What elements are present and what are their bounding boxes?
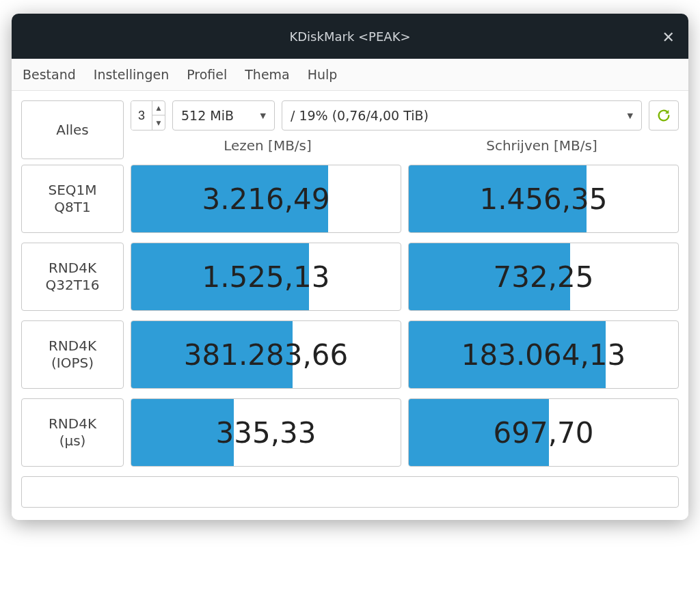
loops-spinner[interactable]: ▲ ▼: [131, 100, 165, 131]
app-window: KDiskMark <PEAK> ✕ Bestand Instellingen …: [12, 14, 688, 520]
write-cell: 732,25: [408, 243, 679, 311]
write-value: 732,25: [409, 243, 678, 310]
size-value: 512 MiB: [181, 108, 234, 123]
refresh-icon: [656, 108, 671, 123]
table-row: RND4K (IOPS) 381.283,66 183.064,13: [21, 320, 679, 389]
content: Alles ▲ ▼ 512 MiB ▼: [12, 91, 688, 520]
write-cell: 183.064,13: [408, 320, 679, 389]
table-row: RND4K (µs) 335,33 697,70: [21, 398, 679, 467]
read-value: 335,33: [131, 399, 401, 466]
spinner-down-icon[interactable]: ▼: [152, 115, 165, 130]
test-label: RND4K: [49, 415, 96, 433]
chevron-down-icon: ▼: [628, 111, 633, 120]
read-value: 381.283,66: [131, 321, 401, 388]
read-value: 1.525,13: [131, 243, 401, 310]
loops-input[interactable]: [131, 101, 152, 130]
controls-bar: ▲ ▼ 512 MiB ▼ / 19% (0,76/4,00 TiB) ▼: [131, 100, 679, 131]
test-label: SEQ1M: [48, 182, 96, 199]
table-row: SEQ1M Q8T1 3.216,49 1.456,35: [21, 165, 679, 233]
test-label: RND4K: [49, 260, 96, 277]
test-sublabel: (IOPS): [51, 355, 94, 372]
refresh-button[interactable]: [649, 100, 679, 131]
header-read: Lezen [MB/s]: [131, 137, 405, 154]
header-write: Schrijven [MB/s]: [405, 137, 679, 154]
drive-combo[interactable]: / 19% (0,76/4,00 TiB) ▼: [282, 100, 642, 131]
result-rows: SEQ1M Q8T1 3.216,49 1.456,35 RND4K Q32T1…: [21, 165, 679, 467]
test-sublabel: Q8T1: [54, 199, 90, 216]
read-cell: 1.525,13: [131, 243, 401, 311]
write-value: 697,70: [409, 399, 678, 466]
write-cell: 697,70: [408, 398, 679, 467]
menu-profile[interactable]: Profiel: [187, 67, 227, 82]
titlebar: KDiskMark <PEAK> ✕: [12, 14, 688, 59]
write-cell: 1.456,35: [408, 165, 679, 233]
drive-value: / 19% (0,76/4,00 TiB): [291, 108, 429, 123]
run-all-label: Alles: [56, 122, 89, 138]
column-headers: Lezen [MB/s] Schrijven [MB/s]: [131, 135, 679, 154]
test-button-rnd4k-iops[interactable]: RND4K (IOPS): [21, 320, 124, 389]
controls-right: ▲ ▼ 512 MiB ▼ / 19% (0,76/4,00 TiB) ▼: [131, 100, 679, 154]
read-cell: 381.283,66: [131, 320, 401, 389]
menu-help[interactable]: Hulp: [308, 67, 338, 82]
chevron-down-icon: ▼: [260, 111, 266, 120]
menu-settings[interactable]: Instellingen: [94, 67, 169, 82]
test-button-rnd4k-us[interactable]: RND4K (µs): [21, 398, 124, 467]
close-icon[interactable]: ✕: [662, 29, 675, 46]
test-sublabel: (µs): [59, 433, 86, 450]
table-row: RND4K Q32T16 1.525,13 732,25: [21, 243, 679, 311]
test-sublabel: Q32T16: [46, 277, 100, 294]
test-button-rnd4k-q32[interactable]: RND4K Q32T16: [21, 243, 124, 311]
window-title: KDiskMark <PEAK>: [289, 29, 410, 44]
run-all-button[interactable]: Alles: [21, 100, 124, 159]
menubar: Bestand Instellingen Profiel Thema Hulp: [12, 59, 688, 91]
menu-theme[interactable]: Thema: [245, 67, 290, 82]
read-value: 3.216,49: [131, 165, 401, 232]
test-button-seq1m[interactable]: SEQ1M Q8T1: [21, 165, 124, 233]
spinner-up-icon[interactable]: ▲: [152, 101, 165, 115]
write-value: 183.064,13: [409, 321, 678, 388]
size-combo[interactable]: 512 MiB ▼: [172, 100, 275, 131]
test-label: RND4K: [49, 338, 96, 355]
status-bar: [21, 476, 679, 508]
controls-row: Alles ▲ ▼ 512 MiB ▼: [21, 100, 679, 159]
read-cell: 335,33: [131, 398, 401, 467]
menu-file[interactable]: Bestand: [23, 67, 76, 82]
read-cell: 3.216,49: [131, 165, 401, 233]
write-value: 1.456,35: [409, 165, 678, 232]
